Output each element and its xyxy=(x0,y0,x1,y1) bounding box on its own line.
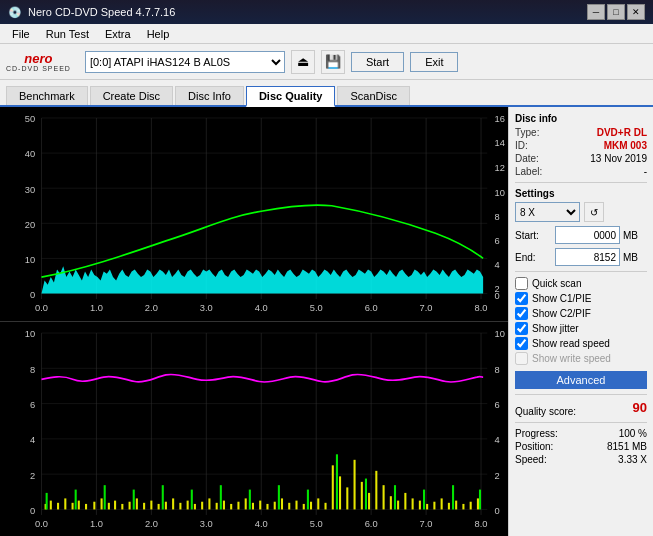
svg-rect-103 xyxy=(230,504,232,510)
svg-text:0.0: 0.0 xyxy=(35,302,48,313)
speed-selector[interactable]: 8 X xyxy=(515,202,580,222)
divider-3 xyxy=(515,394,647,395)
main-content: 50 40 30 20 10 0 16 14 12 10 8 6 4 2 0 0… xyxy=(0,107,653,536)
svg-text:0: 0 xyxy=(495,505,500,516)
menu-file[interactable]: File xyxy=(4,26,38,42)
date-label: Date: xyxy=(515,153,539,164)
svg-rect-137 xyxy=(477,498,479,509)
svg-text:8.0: 8.0 xyxy=(475,518,488,529)
svg-rect-133 xyxy=(448,503,450,510)
svg-rect-91 xyxy=(143,503,145,510)
svg-rect-120 xyxy=(354,460,356,510)
svg-rect-79 xyxy=(57,503,59,510)
tab-scandisc[interactable]: ScanDisc xyxy=(337,86,409,105)
show-write-speed-checkbox[interactable] xyxy=(515,352,528,365)
svg-text:5.0: 5.0 xyxy=(310,518,323,529)
svg-text:12: 12 xyxy=(495,161,505,172)
svg-rect-104 xyxy=(237,502,239,510)
quick-scan-label: Quick scan xyxy=(532,278,581,289)
menu-bar: File Run Test Extra Help xyxy=(0,24,653,44)
position-label: Position: xyxy=(515,441,553,452)
minimize-button[interactable]: ─ xyxy=(587,4,605,20)
save-button[interactable]: 💾 xyxy=(321,50,345,74)
svg-text:4: 4 xyxy=(495,259,501,270)
svg-rect-152 xyxy=(452,485,454,509)
show-jitter-checkbox[interactable] xyxy=(515,322,528,335)
close-button[interactable]: ✕ xyxy=(627,4,645,20)
svg-rect-93 xyxy=(158,504,160,510)
quick-scan-checkbox[interactable] xyxy=(515,277,528,290)
svg-rect-141 xyxy=(133,490,135,510)
svg-rect-143 xyxy=(191,490,193,510)
svg-rect-82 xyxy=(78,501,80,510)
speed-row: Speed: 3.33 X xyxy=(515,454,647,465)
svg-text:6.0: 6.0 xyxy=(365,302,378,313)
svg-rect-102 xyxy=(223,501,225,510)
start-mb: MB xyxy=(623,230,638,241)
tab-disc-info[interactable]: Disc Info xyxy=(175,86,244,105)
show-c1pie-checkbox[interactable] xyxy=(515,292,528,305)
position-row: Position: 8151 MB xyxy=(515,441,647,452)
svg-rect-90 xyxy=(136,498,138,509)
svg-rect-150 xyxy=(394,485,396,509)
svg-rect-84 xyxy=(93,502,95,510)
svg-rect-111 xyxy=(288,503,290,510)
settings-title: Settings xyxy=(515,188,647,199)
svg-rect-112 xyxy=(295,501,297,510)
disc-label-row: Label: - xyxy=(515,166,647,177)
show-read-speed-checkbox[interactable] xyxy=(515,337,528,350)
refresh-button[interactable]: ↺ xyxy=(584,202,604,222)
jitter-row: Show jitter xyxy=(515,322,647,335)
drive-selector[interactable]: [0:0] ATAPI iHAS124 B AL0S xyxy=(85,51,285,73)
svg-text:0: 0 xyxy=(30,289,35,300)
show-c2pif-checkbox[interactable] xyxy=(515,307,528,320)
svg-rect-94 xyxy=(165,502,167,510)
end-input[interactable] xyxy=(555,248,620,266)
svg-rect-122 xyxy=(368,493,370,510)
menu-run-test[interactable]: Run Test xyxy=(38,26,97,42)
svg-rect-142 xyxy=(162,485,164,509)
svg-rect-96 xyxy=(179,503,181,510)
svg-rect-135 xyxy=(462,504,464,510)
id-label: ID: xyxy=(515,140,528,151)
c1pie-label: Show C1/PIE xyxy=(532,293,591,304)
advanced-button[interactable]: Advanced xyxy=(515,371,647,389)
svg-text:4: 4 xyxy=(495,434,501,445)
disc-id-row: ID: MKM 003 xyxy=(515,140,647,151)
svg-text:14: 14 xyxy=(495,137,506,148)
svg-text:8: 8 xyxy=(495,363,500,374)
tab-benchmark[interactable]: Benchmark xyxy=(6,86,88,105)
eject-button[interactable]: ⏏ xyxy=(291,50,315,74)
svg-rect-139 xyxy=(75,490,77,510)
svg-rect-85 xyxy=(101,498,103,509)
svg-rect-98 xyxy=(194,504,196,510)
svg-text:30: 30 xyxy=(25,183,35,194)
svg-text:6: 6 xyxy=(495,235,500,246)
svg-rect-117 xyxy=(332,465,334,509)
toolbar: nero CD-DVD SPEED [0:0] ATAPI iHAS124 B … xyxy=(0,44,653,80)
menu-help[interactable]: Help xyxy=(139,26,178,42)
maximize-button[interactable]: □ xyxy=(607,4,625,20)
quick-scan-row: Quick scan xyxy=(515,277,647,290)
svg-text:2: 2 xyxy=(495,469,500,480)
nero-brand-name: nero xyxy=(24,52,52,65)
disc-info-title: Disc info xyxy=(515,113,647,124)
bottom-chart: 10 8 6 4 2 0 10 8 6 4 2 0 0.0 1.0 2.0 3.… xyxy=(0,322,508,536)
svg-text:16: 16 xyxy=(495,113,505,124)
svg-rect-145 xyxy=(249,490,251,510)
nero-logo: nero CD-DVD SPEED xyxy=(6,52,71,72)
svg-rect-124 xyxy=(383,485,385,509)
exit-button[interactable]: Exit xyxy=(410,52,458,72)
svg-rect-108 xyxy=(266,504,268,510)
start-input[interactable] xyxy=(555,226,620,244)
svg-text:6: 6 xyxy=(495,399,500,410)
tab-create-disc[interactable]: Create Disc xyxy=(90,86,173,105)
start-button[interactable]: Start xyxy=(351,52,404,72)
svg-rect-148 xyxy=(336,454,338,509)
svg-rect-131 xyxy=(433,502,435,510)
tab-disc-quality[interactable]: Disc Quality xyxy=(246,86,336,107)
svg-text:8: 8 xyxy=(30,363,35,374)
menu-extra[interactable]: Extra xyxy=(97,26,139,42)
svg-rect-144 xyxy=(220,485,222,509)
svg-rect-105 xyxy=(245,498,247,509)
